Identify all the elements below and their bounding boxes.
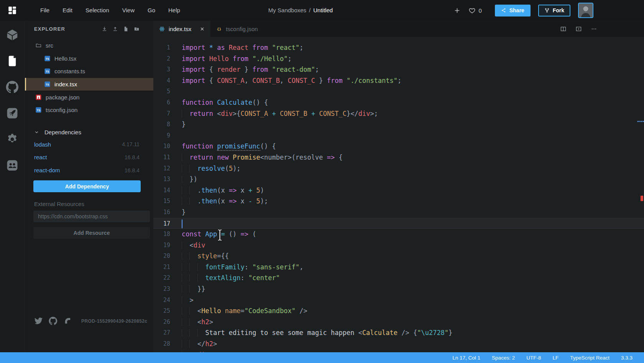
code-line-7[interactable]: 7 return <div>{CONST_A + CONST_B + CONST… xyxy=(153,108,644,119)
dependency-react[interactable]: react 16.8.4 xyxy=(25,151,153,164)
menu-file[interactable]: File xyxy=(34,0,56,21)
rocket-icon xyxy=(6,107,19,120)
code-line-16[interactable]: 16} xyxy=(153,207,644,218)
add-resource-button[interactable]: Add Resource xyxy=(33,227,150,239)
code-line-26[interactable]: 26 <h2> xyxy=(153,317,644,328)
preview-icon[interactable] xyxy=(575,26,582,32)
code-line-23[interactable]: 23 }} xyxy=(153,284,644,295)
menu-selection[interactable]: Selection xyxy=(79,0,116,21)
code-line-5[interactable]: 5 xyxy=(153,86,644,97)
breadcrumb: My Sandboxes/Untitled xyxy=(268,0,333,21)
chevron-down-icon xyxy=(34,130,39,135)
code-text: resolve(5); xyxy=(177,163,241,174)
code-line-6[interactable]: 6function Calculate() { xyxy=(153,97,644,108)
svg-text:TS: TS xyxy=(46,70,49,73)
line-number: 18 xyxy=(153,229,177,240)
menu-view[interactable]: View xyxy=(116,0,141,21)
like-button[interactable]: 0 xyxy=(468,7,481,14)
code-text xyxy=(177,218,182,229)
file-src[interactable]: src xyxy=(25,39,153,52)
code-line-28[interactable]: 28 </h2> xyxy=(153,338,644,350)
code-text: function Calculate() { xyxy=(177,97,268,108)
external-resource-input[interactable] xyxy=(33,211,150,222)
tab-tsconfig-json[interactable]: {}tsconfig.json xyxy=(210,21,263,37)
github-icon[interactable] xyxy=(49,317,58,325)
close-tab-icon[interactable] xyxy=(199,26,205,32)
share-icon xyxy=(501,8,506,13)
breadcrumb-current[interactable]: Untitled xyxy=(313,7,333,13)
code-line-22[interactable]: 22 textAlign: "center" xyxy=(153,272,644,284)
build-id: PROD-1552990439-2620852c xyxy=(81,318,147,324)
rail-item-sandbox-info[interactable] xyxy=(6,28,19,41)
code-line-8[interactable]: 8} xyxy=(153,119,644,130)
code-line-14[interactable]: 14 .then(x => x + 5) xyxy=(153,185,644,196)
file-package-json[interactable]: package.json xyxy=(25,91,153,104)
code-line-1[interactable]: 1import * as React from "react"; xyxy=(153,42,644,53)
dependency-version: 16.8.4 xyxy=(125,167,140,173)
rail-item-live[interactable] xyxy=(6,159,19,172)
tab-index-tsx[interactable]: index.tsx xyxy=(153,21,210,37)
code-line-3[interactable]: 3import { render } from "react-dom"; xyxy=(153,64,644,75)
download-icon[interactable] xyxy=(102,26,107,32)
file-tsconfig-json[interactable]: TStsconfig.json xyxy=(25,104,153,117)
line-number: 5 xyxy=(153,86,177,97)
twitter-icon[interactable] xyxy=(34,317,43,325)
file-constants-ts[interactable]: TSconstants.ts xyxy=(25,65,153,78)
breadcrumb-root[interactable]: My Sandboxes xyxy=(268,7,306,13)
share-button[interactable]: Share xyxy=(495,5,531,16)
file-hello-tsx[interactable]: TSHello.tsx xyxy=(25,52,153,65)
code-line-10[interactable]: 10function promiseFunc() { xyxy=(153,141,644,152)
spectrum-icon[interactable] xyxy=(63,317,72,325)
split-view-icon[interactable] xyxy=(560,26,567,32)
dependencies-header[interactable]: Dependencies xyxy=(25,127,153,138)
new-folder-icon[interactable] xyxy=(134,26,140,32)
code-line-17[interactable]: 17 xyxy=(153,218,644,229)
code-line-18[interactable]: 18const App = () => ( xyxy=(153,229,644,240)
more-icon[interactable] xyxy=(591,26,597,32)
social-links xyxy=(34,317,72,325)
status-spaces-2: Spaces: 2 xyxy=(492,355,515,361)
code-line-4[interactable]: 4import { CONST_A, CONST_B, CONST_C } fr… xyxy=(153,75,644,86)
code-line-11[interactable]: 11 return new Promise<number>(resolve =>… xyxy=(153,152,644,163)
code-lines: 1import * as React from "react"; 2import… xyxy=(153,37,644,352)
user-avatar[interactable] xyxy=(578,3,593,18)
code-line-12[interactable]: 12 resolve(5); xyxy=(153,163,644,174)
code-line-2[interactable]: 2import Hello from "./Hello"; xyxy=(153,53,644,64)
upload-icon[interactable] xyxy=(112,26,118,32)
share-label: Share xyxy=(509,7,524,13)
dependency-lodash[interactable]: lodash 4.17.11 xyxy=(25,138,153,151)
code-text: <Hello name="CodeSandbox" /> xyxy=(177,305,307,317)
line-number: 17 xyxy=(153,218,177,229)
code-editor[interactable]: 1import * as React from "react"; 2import… xyxy=(153,37,644,352)
code-line-27[interactable]: 27 Start editing to see some magic happe… xyxy=(153,327,644,338)
code-text: } xyxy=(177,207,186,218)
code-line-21[interactable]: 21 fontFamily: "sans-serif", xyxy=(153,262,644,273)
svg-text:TS: TS xyxy=(46,57,49,60)
rail-item-preferences[interactable] xyxy=(6,133,19,146)
code-line-19[interactable]: 19 <div xyxy=(153,240,644,251)
file-index-tsx[interactable]: TSindex.tsx xyxy=(25,78,153,91)
menu-bar: FileEditSelectionViewGoHelp xyxy=(34,0,187,21)
code-line-13[interactable]: 13 }) xyxy=(153,174,644,185)
code-line-15[interactable]: 15 .then(x => x - 5); xyxy=(153,196,644,207)
fork-button[interactable]: Fork xyxy=(538,5,570,16)
rail-item-deployment[interactable] xyxy=(6,107,19,120)
line-number: 22 xyxy=(153,272,177,284)
rail-item-file-explorer[interactable] xyxy=(6,54,19,68)
new-file-icon[interactable] xyxy=(123,26,129,32)
rail-item-github[interactable] xyxy=(6,81,19,94)
line-number: 13 xyxy=(153,174,177,185)
code-line-20[interactable]: 20 style={{ xyxy=(153,251,644,262)
codesandbox-menu-button[interactable] xyxy=(0,0,25,21)
menu-edit[interactable]: Edit xyxy=(56,0,79,21)
menu-go[interactable]: Go xyxy=(141,0,162,21)
new-sandbox-button[interactable] xyxy=(453,7,461,14)
code-line-25[interactable]: 25 <Hello name="CodeSandbox" /> xyxy=(153,305,644,317)
code-line-24[interactable]: 24 > xyxy=(153,295,644,306)
menu-help[interactable]: Help xyxy=(162,0,187,21)
add-dependency-button[interactable]: Add Dependency xyxy=(33,180,141,192)
code-line-9[interactable]: 9 xyxy=(153,130,644,141)
dependencies-list: lodash 4.17.11 react 16.8.4 react-dom 16… xyxy=(25,138,153,177)
code-line-29[interactable]: 29 </div xyxy=(153,350,644,352)
dependency-react-dom[interactable]: react-dom 16.8.4 xyxy=(25,164,153,177)
